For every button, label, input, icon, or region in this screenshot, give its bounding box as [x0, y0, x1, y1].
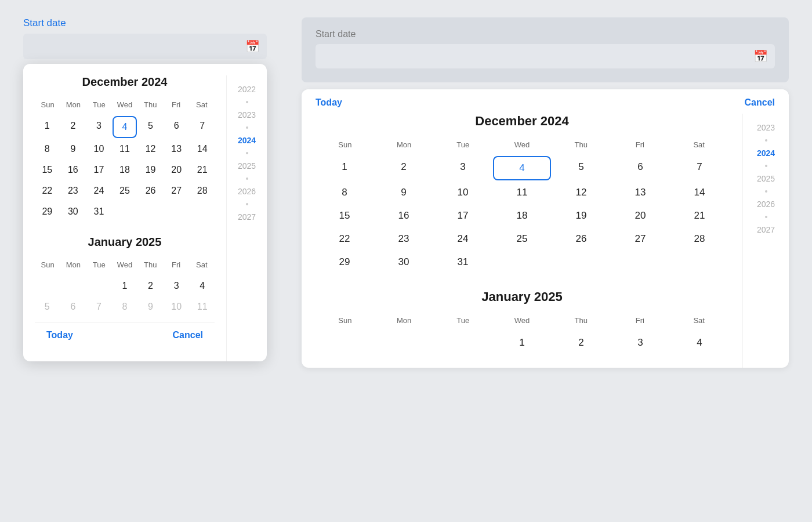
r-day-14[interactable]: 14 — [670, 182, 728, 204]
r-day-26[interactable]: 26 — [552, 228, 610, 250]
day-14[interactable]: 14 — [190, 139, 215, 159]
day-12[interactable]: 12 — [138, 139, 163, 159]
r-day-10[interactable]: 10 — [434, 182, 492, 204]
r-day-6[interactable]: 6 — [611, 156, 669, 180]
r-year-2024[interactable]: 2024 — [757, 145, 775, 161]
r-year-2027[interactable]: 2027 — [757, 222, 775, 238]
day-4[interactable]: 4 — [113, 116, 137, 138]
jan-day-3[interactable]: 3 — [164, 276, 189, 296]
rj-day-4[interactable]: 4 — [670, 332, 728, 354]
r-day-22[interactable]: 22 — [316, 228, 374, 250]
day-2[interactable]: 2 — [61, 116, 86, 138]
rj-day-2[interactable]: 2 — [552, 332, 610, 354]
r-year-2023[interactable]: 2023 — [757, 119, 775, 136]
date-input-bar[interactable]: 📅 — [23, 34, 267, 59]
right-today-button[interactable]: Today — [316, 97, 342, 108]
r-day-7[interactable]: 7 — [670, 156, 728, 180]
jan-day-5[interactable]: 5 — [35, 297, 60, 317]
r-day-15[interactable]: 15 — [316, 205, 374, 227]
cancel-button[interactable]: Cancel — [173, 330, 203, 340]
day-19[interactable]: 19 — [138, 160, 163, 180]
jan-empty-2 — [61, 276, 86, 296]
day-17[interactable]: 17 — [86, 160, 111, 180]
day-7[interactable]: 7 — [190, 116, 215, 138]
r-day-29[interactable]: 29 — [316, 251, 374, 273]
r-day-2[interactable]: 2 — [375, 156, 433, 180]
year-2026[interactable]: 2026 — [238, 183, 256, 200]
day-20[interactable]: 20 — [164, 160, 189, 180]
right-calendar-icon[interactable]: 📅 — [753, 49, 768, 63]
jan-day-2[interactable]: 2 — [138, 276, 163, 296]
year-2027[interactable]: 2027 — [238, 209, 256, 225]
r-day-24[interactable]: 24 — [434, 228, 492, 250]
jan-day-header-tue: Tue — [86, 258, 112, 271]
jan-day-4[interactable]: 4 — [190, 276, 215, 296]
day-24[interactable]: 24 — [86, 181, 111, 201]
jan-day-10[interactable]: 10 — [164, 297, 189, 317]
day-6[interactable]: 6 — [164, 116, 189, 138]
r-year-2026[interactable]: 2026 — [757, 196, 775, 212]
jan-day-6[interactable]: 6 — [61, 297, 86, 317]
year-2025[interactable]: 2025 — [238, 158, 256, 174]
day-28[interactable]: 28 — [190, 181, 215, 201]
day-23[interactable]: 23 — [61, 181, 86, 201]
day-5[interactable]: 5 — [138, 116, 163, 138]
r-day-31[interactable]: 31 — [434, 251, 492, 273]
rj-day-3[interactable]: 3 — [611, 332, 669, 354]
day-30[interactable]: 30 — [61, 202, 86, 222]
day-9[interactable]: 9 — [61, 139, 86, 159]
day-11[interactable]: 11 — [113, 139, 137, 159]
r-day-11[interactable]: 11 — [493, 182, 551, 204]
day-21[interactable]: 21 — [190, 160, 215, 180]
jan-empty-1 — [35, 276, 60, 296]
day-22[interactable]: 22 — [35, 181, 60, 201]
r-day-25[interactable]: 25 — [493, 228, 551, 250]
r-day-16[interactable]: 16 — [375, 205, 433, 227]
right-cancel-button[interactable]: Cancel — [745, 97, 775, 108]
jan-day-11[interactable]: 11 — [190, 297, 215, 317]
r-day-28[interactable]: 28 — [670, 228, 728, 250]
day-31[interactable]: 31 — [86, 202, 111, 222]
r-day-4[interactable]: 4 — [493, 156, 551, 180]
r-day-17[interactable]: 17 — [434, 205, 492, 227]
rj-day-1[interactable]: 1 — [493, 332, 551, 354]
r-day-21[interactable]: 21 — [670, 205, 728, 227]
r-day-20[interactable]: 20 — [611, 205, 669, 227]
r-day-13[interactable]: 13 — [611, 182, 669, 204]
r-day-9[interactable]: 9 — [375, 182, 433, 204]
day-1[interactable]: 1 — [35, 116, 60, 138]
day-18[interactable]: 18 — [113, 160, 137, 180]
r-day-30[interactable]: 30 — [375, 251, 433, 273]
rj-mon: Mon — [375, 314, 434, 327]
right-date-input[interactable]: 📅 — [316, 44, 775, 68]
r-day-18[interactable]: 18 — [493, 205, 551, 227]
jan-day-9[interactable]: 9 — [138, 297, 163, 317]
day-27[interactable]: 27 — [164, 181, 189, 201]
day-25[interactable]: 25 — [113, 181, 137, 201]
r-day-19[interactable]: 19 — [552, 205, 610, 227]
day-3[interactable]: 3 — [86, 116, 111, 138]
r-day-1[interactable]: 1 — [316, 156, 374, 180]
calendar-icon[interactable]: 📅 — [245, 39, 260, 53]
r-year-2025[interactable]: 2025 — [757, 171, 775, 187]
year-2023[interactable]: 2023 — [238, 107, 256, 123]
jan-day-8[interactable]: 8 — [113, 297, 137, 317]
r-day-12[interactable]: 12 — [552, 182, 610, 204]
r-day-8[interactable]: 8 — [316, 182, 374, 204]
r-day-3[interactable]: 3 — [434, 156, 492, 180]
jan-day-7[interactable]: 7 — [86, 297, 111, 317]
r-day-27[interactable]: 27 — [611, 228, 669, 250]
year-2022[interactable]: 2022 — [238, 81, 256, 97]
day-15[interactable]: 15 — [35, 160, 60, 180]
year-2024[interactable]: 2024 — [238, 132, 256, 148]
r-day-5[interactable]: 5 — [552, 156, 610, 180]
day-8[interactable]: 8 — [35, 139, 60, 159]
day-13[interactable]: 13 — [164, 139, 189, 159]
jan-day-1[interactable]: 1 — [113, 276, 137, 296]
r-day-23[interactable]: 23 — [375, 228, 433, 250]
today-button[interactable]: Today — [46, 330, 73, 340]
day-16[interactable]: 16 — [61, 160, 86, 180]
day-26[interactable]: 26 — [138, 181, 163, 201]
day-29[interactable]: 29 — [35, 202, 60, 222]
day-10[interactable]: 10 — [86, 139, 111, 159]
